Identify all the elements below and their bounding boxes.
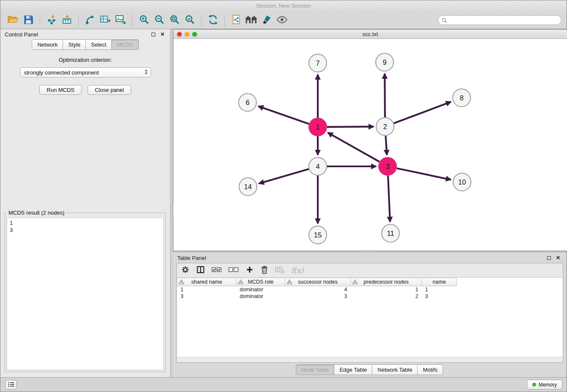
show-hide-button[interactable]	[274, 13, 289, 28]
tab-mcds[interactable]: MCDS	[112, 39, 138, 50]
network-graph[interactable]: 7968123410141511	[173, 39, 567, 251]
float-panel-icon[interactable]	[150, 31, 157, 38]
tab-node-table[interactable]: Node Table	[296, 364, 335, 375]
memory-button[interactable]: Memory	[527, 380, 562, 389]
table-cell[interactable]: 3	[422, 293, 457, 300]
table-cell[interactable]: dominator	[237, 286, 285, 293]
column-header-successor-nodes[interactable]: successor nodes	[285, 278, 351, 286]
show-columns-button[interactable]	[196, 265, 205, 275]
graph-edge-2-8[interactable]	[394, 102, 451, 123]
status-bar: Memory	[0, 377, 567, 392]
export-table-button[interactable]	[98, 13, 113, 28]
column-header-predecessor-nodes[interactable]: predecessor nodes	[351, 278, 422, 286]
table-cell[interactable]: 3	[285, 293, 351, 300]
table-cell[interactable]: 1	[422, 286, 457, 293]
table-cell[interactable]: 4	[285, 286, 351, 293]
first-neighbors-button[interactable]	[244, 13, 259, 28]
eye-icon	[276, 15, 288, 25]
zoom-selected-button[interactable]	[182, 13, 197, 28]
graph-edge-2-9[interactable]	[385, 74, 385, 117]
import-table-button[interactable]	[59, 13, 74, 28]
graph-edge-3-1[interactable]	[328, 133, 380, 162]
mcds-result-line: 1	[10, 219, 161, 226]
delete-row-button[interactable]	[261, 265, 268, 276]
table-row[interactable]: 3dominator323	[177, 293, 457, 300]
open-session-button[interactable]	[6, 13, 21, 28]
zoom-in-button[interactable]	[136, 13, 151, 28]
graph-edge-1-2[interactable]	[327, 127, 374, 127]
close-panel-button[interactable]: Close panel	[88, 85, 131, 95]
import-network-button[interactable]	[44, 13, 59, 28]
houses-icon	[245, 15, 258, 25]
search-icon	[442, 17, 447, 25]
table-cell[interactable]: 2	[351, 293, 422, 300]
table-panel: Table Panel ✕	[173, 253, 566, 377]
table-cell[interactable]: 3	[177, 293, 237, 300]
close-panel-icon[interactable]: ✕	[555, 254, 561, 261]
graph-edge-3-10[interactable]	[397, 168, 451, 180]
graph-edge-1-6[interactable]	[258, 106, 309, 124]
zoom-out-button[interactable]	[151, 13, 167, 28]
new-network-button[interactable]	[83, 13, 98, 28]
apply-style-button[interactable]	[259, 13, 274, 28]
vertical-scrollbar[interactable]	[172, 203, 173, 218]
run-mcds-button[interactable]: Run MCDS	[39, 85, 82, 95]
delete-column-button	[275, 266, 284, 275]
graph-edge-3-11[interactable]	[388, 176, 390, 222]
plus-icon	[245, 265, 254, 275]
network-canvas[interactable]: 7968123410141511	[173, 39, 567, 251]
graph-node-label-14: 14	[244, 183, 252, 190]
close-window-icon[interactable]: ✕	[177, 32, 182, 37]
tab-edge-table[interactable]: Edge Table	[334, 364, 372, 375]
network-window-titlebar[interactable]: ✕ − + scc.txt	[173, 30, 567, 39]
save-session-button[interactable]	[21, 13, 36, 28]
trash-icon	[261, 265, 268, 276]
graph-node-label-6: 6	[245, 99, 249, 106]
graph-node-label-11: 11	[387, 229, 394, 237]
table-body: 1dominator4113dominator323	[177, 286, 457, 300]
close-panel-icon[interactable]: ✕	[159, 31, 166, 38]
tab-style[interactable]: Style	[63, 39, 86, 50]
horizontal-scrollbar[interactable]	[365, 250, 376, 252]
table-panel-header: Table Panel ✕	[173, 253, 566, 263]
checked-boxes-icon	[212, 267, 222, 274]
panel-menu-button[interactable]	[6, 380, 17, 389]
memory-label: Memory	[539, 382, 557, 388]
table-horizontal-scrollbar[interactable]	[177, 357, 563, 362]
search-input[interactable]	[438, 15, 561, 25]
column-header-name[interactable]: name	[422, 278, 457, 286]
tab-select[interactable]: Select	[86, 39, 112, 50]
copy-network-button[interactable]	[228, 13, 244, 28]
table-header-row: shared name MCDS role successor nodes	[177, 278, 457, 286]
apply-layout-button[interactable]	[205, 13, 220, 28]
maximize-window-icon[interactable]: +	[192, 32, 197, 37]
deselect-all-button[interactable]	[228, 267, 239, 274]
graph-edge-2-3[interactable]	[385, 136, 387, 155]
mcds-result-list[interactable]: 13	[7, 218, 164, 370]
zoom-fit-icon	[169, 14, 179, 26]
graph-edge-4-14[interactable]	[259, 169, 309, 183]
columns-icon	[196, 265, 205, 275]
export-image-button[interactable]	[113, 13, 128, 28]
table-settings-button[interactable]	[181, 265, 190, 275]
minimize-window-icon[interactable]: −	[184, 32, 190, 37]
app-window: Session: New Session	[0, 0, 567, 392]
add-column-button[interactable]	[245, 265, 254, 275]
tab-network-table[interactable]: Network Table	[372, 364, 418, 375]
window-titlebar: Session: New Session	[0, 0, 567, 11]
criterion-dropdown[interactable]: strongly connected component	[20, 67, 151, 77]
select-all-button[interactable]	[212, 267, 222, 274]
optimization-criterion-label: Optimization criterion:	[0, 57, 170, 63]
tab-network[interactable]: Network	[32, 39, 63, 50]
table-cell[interactable]: dominator	[237, 293, 285, 300]
table-cell[interactable]: 1	[351, 286, 422, 293]
column-header-shared-name[interactable]: shared name	[177, 278, 237, 286]
float-panel-icon[interactable]	[545, 254, 552, 261]
graph-node-label-1: 1	[316, 123, 319, 131]
tab-motifs[interactable]: Motifs	[418, 364, 443, 375]
graph-node-label-8: 8	[460, 94, 463, 102]
table-row[interactable]: 1dominator411	[177, 286, 457, 293]
table-cell[interactable]: 1	[177, 286, 237, 293]
zoom-fit-button[interactable]	[167, 13, 182, 28]
column-header-mcds-role[interactable]: MCDS role	[237, 278, 285, 286]
